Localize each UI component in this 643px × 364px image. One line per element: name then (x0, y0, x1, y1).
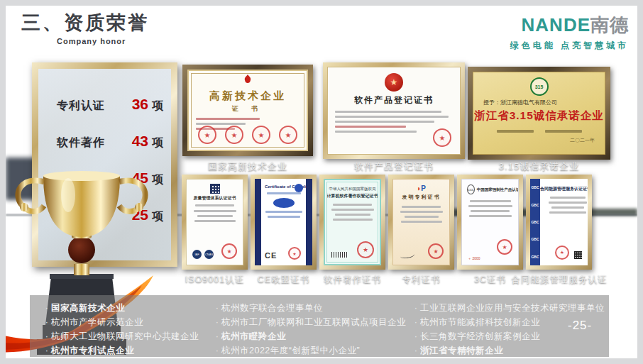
bullet-icon: · (43, 301, 51, 315)
bullet-icon: · (412, 301, 420, 315)
background-photo: 专利认证 36 项 软件著作 43 项 资质认证 45 项 荣誉证书 25 (6, 50, 637, 358)
signature-icon (400, 252, 415, 259)
certificate-title: 中国国家强制性产品认证证书 (477, 187, 519, 192)
iaf-logo-icon: IAF (192, 250, 202, 259)
certificate-national-hightech: 高新技术企业 证 书 ★ ★ ★ ★ (182, 65, 313, 156)
stat-unit: 项 (152, 99, 163, 114)
bullet-icon: · (213, 329, 221, 343)
certificate-3c: CCC 中国国家强制性产品认证证书 ＋ 2000 ★ (457, 175, 523, 270)
cert-caption-software-product: 软件产品登记证书 (323, 160, 465, 173)
bullet-icon: · (43, 343, 51, 358)
certificate-year: 二〇二一年 (473, 137, 595, 144)
honor-item: ·杭州市2022年度“创新型中小企业” (213, 343, 406, 358)
certificate-title: 合同能源管理服务认证证书 (540, 186, 586, 192)
honors-column-2: ·杭州数字联合会理事单位 ·杭州市工厂物联网和工业互联网试点项目企业 ·杭州市瞪… (213, 301, 406, 358)
certificate-title: 浙江省3.15诚信承诺企业 (473, 109, 605, 123)
red-seals: ★ ★ ★ ★ (189, 126, 307, 144)
company-logo: NANDE南德 绿色电能 点亮智慧城市 (510, 13, 629, 52)
ccc-logo-icon: CCC (467, 184, 475, 194)
slide: 三、资质荣誉 Company honor NANDE南德 绿色电能 点亮智慧城市… (6, 6, 637, 358)
seal-icon: ★ (433, 128, 451, 147)
honor-item: ·杭州市瞪羚企业 (213, 329, 406, 343)
cb-logo-icon (295, 184, 303, 192)
honor-item: ·国家高新技术企业 (43, 301, 199, 315)
cnas-logo-icon: CNAS (204, 250, 214, 259)
certificate-title: 高新技术企业 (189, 89, 307, 103)
cert-caption-copyright: 软件著作证书 (319, 274, 385, 286)
bullet-icon: · (213, 301, 221, 315)
honor-item: ·杭州数字联合会理事单位 (213, 301, 406, 315)
honor-item: ·杭州市工厂物联网和工业互联网试点项目企业 (213, 315, 406, 329)
certificate-ce: Certificate of Compliance CE ★ (251, 175, 317, 270)
certificate-heading: CCC 中国国家强制性产品认证证书 (467, 184, 518, 194)
honor-item: ·杭师大工业物联网研究中心共建企业 (43, 329, 199, 343)
certificate-energy-management: GBCGBC GBCGBC GBC 合同能源管理服务认证证书 ★ (526, 175, 592, 270)
bullet-icon: · (43, 329, 51, 343)
certificate-software-product: ★ 软件产品登记证书 ★ (323, 62, 465, 159)
certificate-software-copyright: 中华人民共和国国家版权局 计算机软件著作权登记证书 ★ (319, 175, 385, 270)
315-logo-icon: 315 (530, 77, 549, 96)
page-number: -25- (568, 319, 592, 333)
certificate-awardee: 授予：浙江南德电气有限公司 (483, 99, 605, 106)
seal-icon: ★ (428, 243, 444, 259)
stat-row-software: 软件著作 43 项 (57, 133, 163, 150)
ce-side-band (306, 179, 312, 265)
seal-icon: ★ (288, 247, 301, 260)
seal-icon: ★ (555, 246, 569, 260)
certificate-issuer: 中华人民共和国国家版权局 (325, 187, 380, 192)
page-title: 三、资质荣誉 (21, 10, 149, 35)
seal-icon: ★ (279, 126, 297, 144)
honors-panel: ·国家高新技术企业 ·杭州市产学研示范企业 ·杭师大工业物联网研究中心共建企业 … (30, 295, 609, 357)
page-subtitle: Company honor (57, 37, 126, 45)
cert-caption-patent: 专利证书 (388, 274, 454, 286)
seal-icon: ★ (225, 126, 243, 144)
certificate-footnote: ＋ 2000 (468, 256, 480, 260)
cert-caption-ce: CE欧盟证书 (251, 274, 317, 286)
cert-caption-315: 3.15诚信承诺企业 (468, 160, 610, 173)
logo-latin: NANDE (522, 14, 590, 35)
seal-icon: ★ (221, 243, 237, 259)
certificate-title: 软件产品登记证书 (328, 94, 460, 106)
seal-icon: ★ (198, 126, 216, 144)
iso-emblem-icon (210, 184, 220, 194)
stat-label: 专利认证 (57, 99, 105, 114)
certificate-patent: ◗P 发明专利证书 ★ (388, 175, 454, 270)
honors-column-1: ·国家高新技术企业 ·杭州市产学研示范企业 ·杭师大工业物联网研究中心共建企业 … (43, 301, 199, 358)
cert-caption-energy: 合同能源管理服务认证 (502, 274, 616, 286)
certificate-title: 质量管理体系认证证书 (187, 195, 243, 201)
cert-caption-iso: ISO9001认证 (182, 274, 248, 286)
stat-label: 软件著作 (57, 136, 105, 150)
certificate-iso9001: 质量管理体系认证证书 IAF CNAS ★ (182, 175, 248, 270)
ce-mark-icon: CE (265, 251, 277, 260)
seal-icon: ★ (357, 241, 374, 258)
certificate-title: 发明专利证书 (393, 194, 449, 201)
certificate-subtitle: 证 书 (189, 104, 307, 114)
certificate-title: 计算机软件著作权登记证书 (325, 193, 380, 199)
accreditation-logos: IAF CNAS (192, 250, 214, 259)
bullet-icon: · (213, 315, 221, 329)
honor-item: ·工业互联网企业应用与安全技术研究理事单位 (412, 301, 605, 315)
logo-wordmark: NANDE南德 (510, 13, 629, 38)
bullet-icon: · (43, 315, 51, 329)
qr-code-icon (574, 251, 582, 259)
gbc-side-band: GBCGBC GBCGBC GBC (530, 179, 540, 265)
cert-caption-national-hightech: 国家高新技术企业 (182, 160, 313, 173)
bullet-icon: · (412, 315, 420, 329)
bullet-icon: · (412, 329, 420, 343)
logo-cjk: 南德 (590, 14, 629, 35)
national-emblem-icon: ★ (385, 73, 403, 92)
ce-oval-mark (273, 198, 295, 208)
seal-icon: ★ (252, 126, 270, 144)
honor-item: ·杭州市专利试点企业 (43, 343, 199, 358)
flame-icon (242, 74, 253, 85)
cnipa-logo-icon: ◗P (393, 184, 449, 192)
seal-icon: ★ (497, 239, 512, 255)
barcode-icon (331, 252, 347, 258)
bullet-icon: · (412, 343, 420, 358)
stat-unit: 项 (152, 136, 163, 150)
stat-row-patents: 专利认证 36 项 (57, 96, 163, 114)
honor-item: ·浙江省专精特新企业 (412, 343, 605, 358)
stat-value: 43 (132, 133, 148, 150)
certificate-315-integrity: 315 授予：浙江南德电气有限公司 浙江省3.15诚信承诺企业 二〇二一年 (468, 67, 610, 160)
honor-item: ·杭州市产学研示范企业 (43, 315, 199, 329)
